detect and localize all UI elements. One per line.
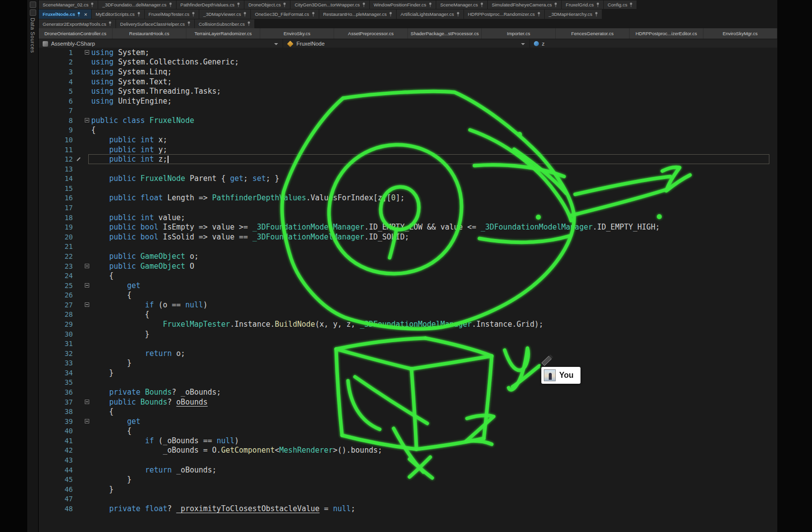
- pin-icon[interactable]: [77, 12, 80, 17]
- code-line-11[interactable]: 11 public int y;: [39, 145, 777, 155]
- tab-restauranthook-cs[interactable]: RestaurantHook.cs: [113, 28, 186, 39]
- pin-icon[interactable]: [137, 12, 140, 17]
- tab-myeditorscripts-cs[interactable]: MyEditorScripts.cs: [92, 9, 144, 19]
- tab-envirosky-cs[interactable]: EnviroSky.cs: [260, 28, 334, 39]
- code-line-43[interactable]: 43: [39, 455, 777, 465]
- code-line-8[interactable]: 8public class FruxelNode: [39, 116, 777, 125]
- pin-icon[interactable]: [389, 12, 392, 17]
- pin-icon[interactable]: [169, 2, 172, 7]
- pin-icon[interactable]: [596, 2, 599, 7]
- tab-config-cs[interactable]: Config.cs: [604, 0, 637, 9]
- chevron-down-icon[interactable]: [274, 43, 278, 45]
- code-line-19[interactable]: 19 public bool IsEmpty => value >= _3DFo…: [39, 222, 777, 232]
- code-line-48[interactable]: 48 private float? _proximityToClosestObs…: [39, 504, 777, 514]
- code-line-21[interactable]: 21: [39, 242, 777, 252]
- code-line-44[interactable]: 44 return _oBounds;: [39, 465, 777, 475]
- pin-icon[interactable]: [480, 2, 483, 7]
- pin-icon[interactable]: [595, 12, 598, 17]
- pin-icon[interactable]: [554, 2, 557, 7]
- tab-3dmapviewer-cs[interactable]: _3DMapViewer.cs: [199, 9, 250, 19]
- pin-icon[interactable]: [237, 2, 240, 7]
- code-line-7[interactable]: 7: [39, 106, 777, 116]
- tool-window-icon[interactable]: [30, 1, 36, 8]
- tab-generator2exportmaptools-cs[interactable]: Generator2ExportMapTools.cs: [39, 19, 116, 28]
- code-line-4[interactable]: 4using System.Text;: [39, 77, 777, 87]
- code-line-28[interactable]: 28 {: [39, 310, 777, 320]
- tab-terrainlayerrandomizer-cs[interactable]: TerrainLayerRandomizer.cs: [186, 28, 260, 39]
- member-dropdown[interactable]: z: [529, 39, 777, 48]
- code-line-47[interactable]: 47: [39, 494, 777, 504]
- code-line-29[interactable]: 29 FruxelMapTester.Instance.BuildNode(x,…: [39, 319, 777, 329]
- code-line-6[interactable]: 6using UnityEngine;: [39, 96, 777, 106]
- fold-gutter[interactable]: [74, 416, 91, 426]
- pin-icon[interactable]: [187, 21, 190, 26]
- code-line-25[interactable]: 25 get: [39, 281, 777, 291]
- fold-gutter[interactable]: [74, 261, 91, 271]
- fold-gutter[interactable]: [74, 300, 91, 310]
- code-line-17[interactable]: 17: [39, 203, 777, 213]
- pin-icon[interactable]: [457, 12, 460, 17]
- code-line-46[interactable]: 46 }: [39, 484, 777, 494]
- code-line-22[interactable]: 22 public GameObject o;: [39, 251, 777, 261]
- pin-icon[interactable]: [630, 2, 633, 7]
- tab-importer-cs[interactable]: Importer.cs: [482, 28, 556, 39]
- pin-icon[interactable]: [109, 21, 112, 26]
- tab-enviroskymgr-cs[interactable]: EnviroSkyMgr.cs: [703, 28, 777, 39]
- code-line-9[interactable]: 9{: [39, 125, 777, 135]
- fold-collapse-icon[interactable]: [85, 419, 89, 423]
- code-line-37[interactable]: 37 public Bounds? oBounds: [39, 397, 777, 407]
- code-line-20[interactable]: 20 public bool IsSolid => value == _3DFo…: [39, 232, 777, 242]
- tab-windowpositionfinder-cs[interactable]: WindowPositionFinder.cs: [370, 0, 436, 9]
- code-line-41[interactable]: 41 if (_oBounds == null): [39, 436, 777, 446]
- chevron-down-icon[interactable]: [521, 43, 525, 45]
- data-sources-tab-label[interactable]: Data Sources: [30, 18, 36, 53]
- code-line-45[interactable]: 45 }: [39, 474, 777, 484]
- close-icon[interactable]: ×: [84, 11, 87, 17]
- code-line-16[interactable]: 16 public float Length => PathfinderDept…: [39, 193, 777, 203]
- fold-collapse-icon[interactable]: [85, 283, 89, 288]
- tab-citygen3dgen-torwrapper-cs[interactable]: CityGen3DGen...torWrapper.cs: [290, 0, 369, 9]
- code-line-36[interactable]: 36 private Bounds? _oBounds;: [39, 387, 777, 397]
- code-editor[interactable]: 1using System;2using System.Collections.…: [39, 48, 777, 532]
- code-line-3[interactable]: 3using System.Linq;: [39, 67, 777, 77]
- pin-icon[interactable]: [243, 12, 246, 17]
- code-line-1[interactable]: 1using System;: [39, 48, 777, 58]
- pin-icon[interactable]: [312, 12, 315, 17]
- pin-icon[interactable]: [537, 12, 540, 17]
- code-line-26[interactable]: 26 {: [39, 290, 777, 300]
- project-dropdown[interactable]: Assembly-CSharp: [39, 39, 283, 48]
- fold-collapse-icon[interactable]: [85, 118, 89, 122]
- code-line-5[interactable]: 5using System.Threading.Tasks;: [39, 86, 777, 96]
- code-line-39[interactable]: 39 get: [39, 416, 777, 426]
- tab-3dmaphierarchy-cs[interactable]: _3DMapHierarchy.cs: [545, 9, 602, 19]
- code-line-15[interactable]: 15: [39, 183, 777, 193]
- pin-icon[interactable]: [429, 2, 432, 7]
- tab-pathfinderdepthvalues-cs[interactable]: PathfinderDepthValues.cs: [176, 0, 244, 9]
- tab-fruxelmaptester-cs[interactable]: FruxelMapTester.cs: [145, 9, 199, 19]
- tab-simulatedfisheyecamera-cs[interactable]: SimulatedFisheyeCamera.cs: [488, 0, 561, 9]
- fold-gutter[interactable]: [74, 397, 91, 407]
- tab-deliverysurfaceclasshelper-cs[interactable]: DeliverySurfaceClassHelper.cs: [116, 19, 194, 28]
- tab-assetpreprocessor-cs[interactable]: AssetPreprocessor.cs: [334, 28, 408, 39]
- pin-icon[interactable]: [91, 2, 94, 7]
- pin-icon[interactable]: [362, 2, 365, 7]
- code-line-34[interactable]: 34 }: [39, 368, 777, 378]
- tab-fencesgenerator-cs[interactable]: FencesGenerator.cs: [556, 28, 630, 39]
- tab-hdrppostproc-randomizer-cs[interactable]: HDRPPostproc...Randomizer.cs: [464, 9, 544, 19]
- pin-icon[interactable]: [192, 12, 195, 17]
- tab-3dfoundatio-delmanager-cs[interactable]: _3DFoundatio...delManager.cs: [98, 0, 175, 9]
- pin-icon[interactable]: [247, 21, 250, 26]
- tab-collisionsubscriber-cs[interactable]: CollisionSubscriber.cs: [195, 19, 254, 28]
- type-dropdown[interactable]: FruxelNode: [283, 39, 529, 48]
- code-line-13[interactable]: 13: [39, 164, 777, 174]
- tab-scenemanager-cs[interactable]: SceneManager.cs: [436, 0, 487, 9]
- tab-restaurantho-plemanager-cs[interactable]: RestaurantHo...pleManager.cs: [319, 9, 396, 19]
- fold-gutter[interactable]: [74, 116, 91, 125]
- fold-gutter[interactable]: [74, 281, 91, 291]
- code-line-24[interactable]: 24 {: [39, 271, 777, 281]
- fold-gutter[interactable]: [74, 48, 91, 58]
- code-line-10[interactable]: 10 public int x;: [39, 135, 777, 145]
- code-line-27[interactable]: 27 if (o == null): [39, 300, 777, 310]
- code-line-30[interactable]: 30 }: [39, 329, 777, 339]
- code-line-23[interactable]: 23 public GameObject O: [39, 261, 777, 271]
